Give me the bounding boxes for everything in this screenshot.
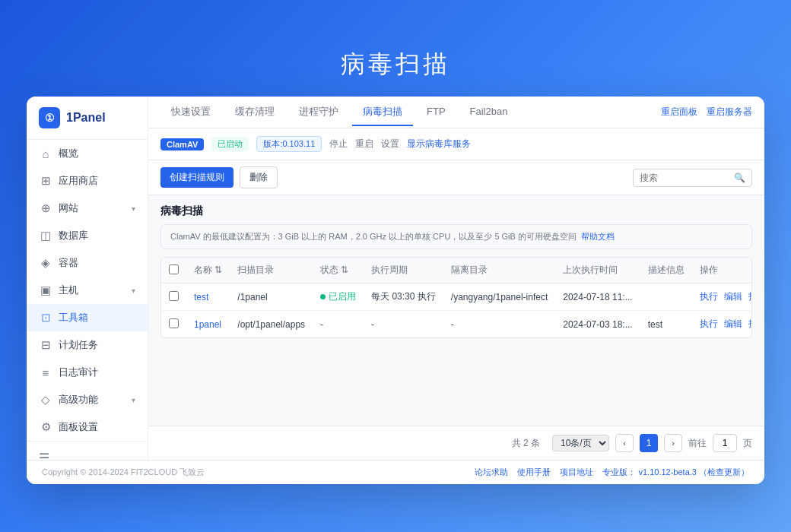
goto-label: 前往 <box>688 437 707 450</box>
logo-text: 1Panel <box>66 111 106 125</box>
sidebar-item-label: 容器 <box>59 256 78 270</box>
pagination: 共 2 条 10条/页20条/页50条/页 ‹ 1 › 前往 页 <box>148 426 764 460</box>
cell-scandir: /1panel <box>230 283 313 311</box>
prev-page-btn[interactable]: ‹ <box>615 434 634 452</box>
cell-status: 已启用 <box>313 283 364 311</box>
home-icon: ⌂ <box>39 147 52 160</box>
sidebar-item-database[interactable]: ◫ 数据库 <box>27 222 148 249</box>
cell-scandir: /opt/1panel/apps <box>230 311 313 338</box>
sidebar-item-label: 概览 <box>59 147 78 160</box>
delete-btn[interactable]: 删除 <box>240 166 278 188</box>
sidebar-item-panelsettings[interactable]: ⚙ 面板设置 <box>27 413 148 441</box>
tab-quickset[interactable]: 快速设置 <box>160 99 221 126</box>
report-btn-0[interactable]: 报告 <box>748 290 752 303</box>
main-card: ① 1Panel ⌂ 概览 ⊞ 应用商店 ⊕ 网站 ▾ ◫ 数据库 ◈ <box>27 97 764 484</box>
sidebar-item-crontask[interactable]: ⊟ 计划任务 <box>27 331 148 359</box>
cell-lastrun: 2024-07-03 18:... <box>555 311 640 338</box>
col-quarantine: 隔离目录 <box>443 258 555 283</box>
cell-lastrun: 2024-07-18 11:... <box>555 283 640 311</box>
apps-icon: ⊞ <box>39 174 52 188</box>
next-page-btn[interactable]: › <box>664 434 682 452</box>
version-info: 专业版： v1.10.12-beta.3 （检查更新） <box>602 467 749 478</box>
manual-link[interactable]: 使用手册 <box>517 467 551 478</box>
create-scan-rule-btn[interactable]: 创建扫描规则 <box>160 167 233 188</box>
goto-input[interactable] <box>713 434 737 452</box>
sidebar-item-auditlog[interactable]: ≡ 日志审计 <box>27 359 148 386</box>
settings-btn[interactable]: 设置 <box>381 138 399 150</box>
col-schedule: 执行周期 <box>364 258 443 283</box>
info-text: ClamAV 的最低建议配置为：3 GiB 以上的 RAM，2.0 GHz 以上… <box>170 231 577 242</box>
sidebar-item-host[interactable]: ▣ 主机 ▾ <box>27 277 148 304</box>
current-page: 1 <box>640 434 658 452</box>
page-label: 页 <box>743 437 752 450</box>
search-input[interactable] <box>640 173 731 183</box>
show-virusdb-btn[interactable]: 显示病毒库服务 <box>407 138 471 150</box>
sidebar-item-advanced[interactable]: ◇ 高级功能 ▾ <box>27 386 148 413</box>
chevron-down-icon: ▾ <box>132 287 135 295</box>
sidebar-item-appstore[interactable]: ⊞ 应用商店 <box>27 167 148 195</box>
col-scandir: 扫描目录 <box>230 258 313 283</box>
edit-btn-1[interactable]: 编辑 <box>724 318 742 331</box>
select-all-checkbox[interactable] <box>169 264 179 274</box>
col-status: 状态 ⇅ <box>313 258 364 283</box>
cell-schedule: - <box>364 311 443 338</box>
tab-ftp[interactable]: FTP <box>416 100 456 125</box>
table-container: 名称 ⇅ 扫描目录 状态 ⇅ 执行周期 隔离目录 上次执行时间 描述信息 操作 <box>160 257 752 338</box>
cell-status: - <box>313 311 364 338</box>
sidebar-item-label: 数据库 <box>59 229 88 242</box>
project-link[interactable]: 项目地址 <box>560 467 593 478</box>
advanced-icon: ◇ <box>39 393 52 407</box>
status-active-badge: 已启动 <box>211 137 249 151</box>
version-badge: 版本:0.103.11 <box>256 136 322 152</box>
content-inner: 病毒扫描 ClamAV 的最低建议配置为：3 GiB 以上的 RAM，2.0 G… <box>148 195 764 426</box>
footer: Copyright © 2014-2024 FIT2CLOUD 飞致云 论坛求助… <box>27 460 764 484</box>
toolbar: 创建扫描规则 删除 🔍 <box>148 160 764 195</box>
clamav-badge: ClamAV <box>160 138 204 150</box>
per-page-select[interactable]: 10条/页20条/页50条/页 <box>552 435 609 451</box>
sidebar-item-label: 计划任务 <box>59 338 98 352</box>
check-update-link[interactable]: （检查更新） <box>699 467 749 477</box>
cell-quarantine: - <box>443 311 555 338</box>
sidebar-item-container[interactable]: ◈ 容器 <box>27 249 148 277</box>
restart-server-btn[interactable]: 重启服务器 <box>707 106 752 119</box>
col-actions: 操作 <box>692 258 752 283</box>
sidebar-item-overview[interactable]: ⌂ 概览 <box>27 140 148 167</box>
chevron-down-icon: ▾ <box>132 396 135 404</box>
execute-btn-1[interactable]: 执行 <box>700 318 718 331</box>
restart-panel-btn[interactable]: 重启面板 <box>661 106 697 119</box>
sidebar-item-website[interactable]: ⊕ 网站 ▾ <box>27 195 148 222</box>
tab-virusscan[interactable]: 病毒扫描 <box>352 99 413 126</box>
menu-collapse-icon[interactable]: ☰ <box>39 451 49 460</box>
row-checkbox[interactable] <box>169 291 179 301</box>
cell-actions: 执行 编辑 报告 删除 <box>692 283 752 311</box>
stop-btn[interactable]: 停止 <box>329 138 348 150</box>
sidebar: ① 1Panel ⌂ 概览 ⊞ 应用商店 ⊕ 网站 ▾ ◫ 数据库 ◈ <box>27 97 148 460</box>
version-value: v1.10.12-beta.3 <box>638 467 696 477</box>
sidebar-item-toolbox[interactable]: ⊡ 工具箱 <box>27 304 148 331</box>
tab-processguard[interactable]: 进程守护 <box>288 99 349 126</box>
sidebar-item-label: 工具箱 <box>59 311 88 325</box>
edit-btn-0[interactable]: 编辑 <box>724 290 742 303</box>
log-icon: ≡ <box>39 366 52 379</box>
status-dot-green <box>320 294 326 299</box>
cell-description: test <box>640 311 692 338</box>
cell-name: test <box>186 283 230 311</box>
page-title: 病毒扫描 <box>341 48 450 81</box>
tab-fail2ban[interactable]: Fail2ban <box>459 100 519 125</box>
cell-name: 1panel <box>186 311 230 338</box>
top-nav: 快速设置 缓存清理 进程守护 病毒扫描 FTP Fail2ban 重启面板 重启… <box>148 97 764 128</box>
sidebar-item-label: 主机 <box>59 283 78 297</box>
report-btn-1[interactable]: 报告 <box>748 318 752 331</box>
row-checkbox[interactable] <box>169 318 179 328</box>
restart-btn[interactable]: 重启 <box>355 138 373 150</box>
clock-icon: ⊟ <box>39 338 52 352</box>
logo-area: ① 1Panel <box>27 97 148 140</box>
tab-cacheclean[interactable]: 缓存清理 <box>224 99 285 126</box>
database-icon: ◫ <box>39 229 52 242</box>
execute-btn-0[interactable]: 执行 <box>700 290 718 303</box>
help-link[interactable]: 帮助文档 <box>581 231 615 242</box>
forum-link[interactable]: 论坛求助 <box>475 467 508 478</box>
table-row: test /1panel 已启用 每天 03:30 执行 /yangyang/ <box>161 283 752 311</box>
container-icon: ◈ <box>39 256 52 270</box>
chevron-down-icon: ▾ <box>132 204 135 213</box>
